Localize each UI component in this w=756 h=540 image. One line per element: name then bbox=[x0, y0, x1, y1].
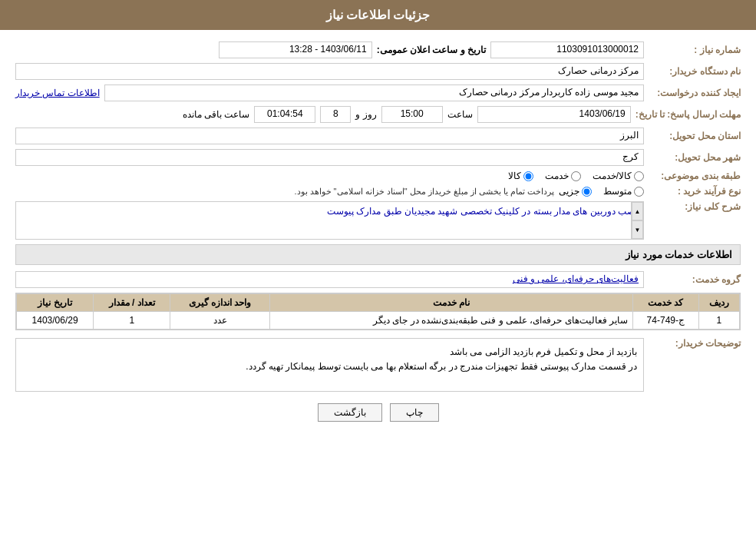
cell-vahed: عدد bbox=[170, 312, 270, 330]
nooe-text: پرداخت تمام یا بخشی از مبلغ خریداز محل "… bbox=[294, 187, 554, 197]
shomare-niaz-label: شماره نیاز : bbox=[649, 45, 741, 55]
col-vahed: واحد اندازه گیری bbox=[170, 294, 270, 312]
grooh-khedmat-label: گروه خدمت: bbox=[649, 274, 741, 285]
sharh-label: شرح کلی نیاز: bbox=[649, 201, 741, 212]
ostan-label: استان محل تحویل: bbox=[649, 131, 741, 141]
mohlat-time-label: ساعت bbox=[447, 109, 473, 120]
ijad-link[interactable]: اطلاعات تماس خریدار bbox=[15, 88, 100, 98]
shahr-value: کرج bbox=[15, 149, 644, 166]
btn-chap[interactable]: چاپ bbox=[390, 403, 439, 422]
mohlat-date: 1403/06/19 bbox=[477, 106, 631, 123]
cell-radif: 1 bbox=[698, 312, 739, 330]
footer-buttons: چاپ بازگشت bbox=[15, 403, 741, 422]
radio-khedmat[interactable]: خدمت bbox=[545, 171, 581, 181]
col-kod: کد خدمت bbox=[633, 294, 699, 312]
service-section-title: اطلاعات خدمات مورد نیاز bbox=[15, 244, 741, 265]
mohlat-baqi-value: 01:04:54 bbox=[254, 106, 315, 123]
mohlat-time: 15:00 bbox=[381, 106, 443, 123]
scroll-up-arrow[interactable]: ▲ bbox=[632, 202, 643, 220]
tarikh-value: 1403/06/11 - 13:28 bbox=[219, 41, 372, 58]
mohlat-rooz-value: 8 bbox=[320, 106, 351, 123]
radio-kala[interactable]: کالا bbox=[508, 171, 533, 181]
col-nam: نام خدمت bbox=[270, 294, 633, 312]
radio-kala-label: کالا bbox=[508, 171, 521, 181]
header-title: جزئیات اطلاعات نیاز bbox=[326, 8, 431, 22]
nam-dastgah-value: مرکز درمانی حصارک bbox=[15, 63, 644, 80]
radio-jozi-label: جزیی bbox=[559, 186, 579, 197]
mohlat-rooz-label: روز و bbox=[355, 109, 376, 120]
radio-jozi[interactable]: جزیی bbox=[559, 186, 592, 197]
col-radif: ردیف bbox=[698, 294, 739, 312]
mohlat-baqi-label: ساعت باقی مانده bbox=[183, 109, 250, 120]
tabagheh-label: طبقه بندی موضوعی: bbox=[649, 171, 741, 181]
mohlat-label: مهلت ارسال پاسخ: تا تاریخ: bbox=[636, 109, 741, 120]
page-header: جزئیات اطلاعات نیاز bbox=[0, 0, 756, 30]
services-table-container: ردیف کد خدمت نام خدمت واحد اندازه گیری ت… bbox=[15, 293, 741, 330]
nam-dastgah-label: نام دستگاه خریدار: bbox=[649, 66, 741, 77]
toseeh-box: بازدید از محل و تکمیل فرم بازدید الزامی … bbox=[15, 338, 644, 392]
nooe-farayand-label: نوع فرآیند خرید : bbox=[649, 186, 741, 197]
sharh-scroll-box: نصب دوربین های مدار بسته در کلینیک تخصصی… bbox=[15, 201, 644, 240]
services-table: ردیف کد خدمت نام خدمت واحد اندازه گیری ت… bbox=[16, 293, 740, 330]
ijad-value: مجید موسی زاده کاربردار مرکز درمانی حصار… bbox=[104, 84, 644, 101]
radio-motavasset-label: متوسط bbox=[603, 186, 632, 197]
tabagheh-radio-group: کالا/خدمت خدمت کالا bbox=[508, 171, 644, 181]
cell-kod: ج-749-74 bbox=[633, 312, 699, 330]
col-tarikh: تاریخ نیاز bbox=[17, 294, 94, 312]
radio-kala-khedmat-label: کالا/خدمت bbox=[593, 171, 632, 181]
ostan-value: البرز bbox=[15, 128, 644, 144]
shomare-niaz-value: 1103091013000012 bbox=[490, 41, 644, 58]
sharh-value: نصب دوربین های مدار بسته در کلینیک تخصصی… bbox=[16, 202, 643, 220]
btn-bazgasht[interactable]: بازگشت bbox=[318, 403, 382, 422]
scroll-arrows[interactable]: ▲ ▼ bbox=[631, 202, 643, 239]
toseeh-line1: بازدید از محل و تکمیل فرم بازدید الزامی … bbox=[22, 345, 637, 359]
radio-khedmat-label: خدمت bbox=[545, 171, 569, 181]
nooe-radio-group: متوسط جزیی bbox=[559, 186, 644, 197]
grooh-khedmat-value: فعالیت‌های حرفه‌ای، علمی و فنی bbox=[15, 271, 644, 288]
tarikh-label: تاریخ و ساعت اعلان عمومی: bbox=[377, 45, 486, 55]
cell-tarikh: 1403/06/29 bbox=[17, 312, 94, 330]
ijad-label: ایجاد کننده درخواست: bbox=[649, 88, 741, 98]
toseeh-label: توضیحات خریدار: bbox=[649, 338, 741, 349]
cell-nam: سایر فعالیت‌های حرفه‌ای، علمی و فنی طبقه… bbox=[270, 312, 633, 330]
toseeh-line2: در قسمت مدارک پیوستی فقط تجهیزات مندرج د… bbox=[22, 359, 637, 374]
table-row: 1 ج-749-74 سایر فعالیت‌های حرفه‌ای، علمی… bbox=[17, 312, 740, 330]
scroll-down-arrow[interactable]: ▼ bbox=[632, 220, 643, 239]
radio-kala-khedmat[interactable]: کالا/خدمت bbox=[593, 171, 644, 181]
radio-motavasset[interactable]: متوسط bbox=[603, 186, 644, 197]
col-tedad: تعداد / مقدار bbox=[94, 294, 170, 312]
shahr-label: شهر محل تحویل: bbox=[649, 152, 741, 163]
cell-tedad: 1 bbox=[94, 312, 170, 330]
